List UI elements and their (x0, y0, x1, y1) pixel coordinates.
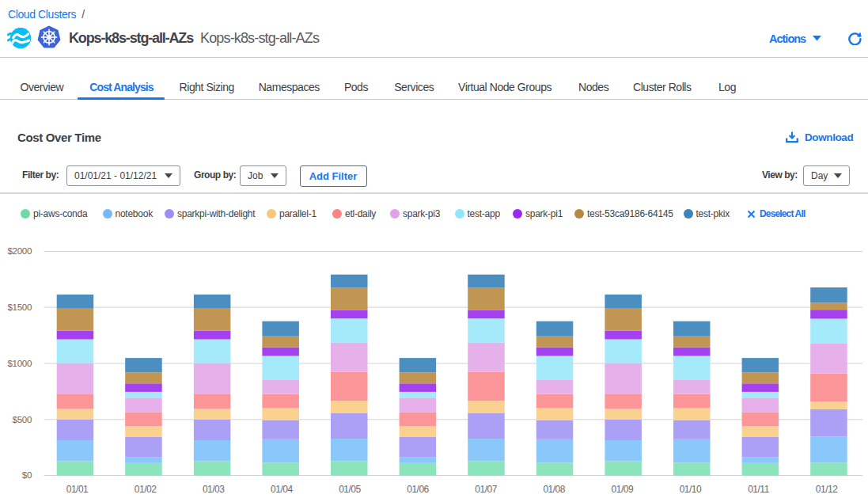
svg-text:01/08: 01/08 (543, 484, 565, 495)
svg-text:$1500: $1500 (8, 302, 32, 312)
svg-text:01/01: 01/01 (66, 484, 89, 495)
svg-text:01/02: 01/02 (135, 484, 157, 495)
svg-text:$500: $500 (13, 415, 32, 424)
svg-text:$0: $0 (22, 470, 32, 480)
svg-text:$2000: $2000 (8, 246, 32, 256)
svg-text:$1000: $1000 (8, 359, 32, 368)
svg-text:01/05: 01/05 (339, 484, 361, 495)
svg-text:01/09: 01/09 (612, 484, 634, 495)
svg-text:01/07: 01/07 (475, 484, 497, 495)
svg-text:01/10: 01/10 (680, 484, 702, 495)
svg-text:01/11: 01/11 (748, 484, 769, 495)
svg-text:01/12: 01/12 (816, 484, 838, 495)
svg-text:01/04: 01/04 (271, 484, 293, 495)
svg-text:01/06: 01/06 (407, 484, 429, 495)
svg-text:01/03: 01/03 (203, 484, 225, 495)
